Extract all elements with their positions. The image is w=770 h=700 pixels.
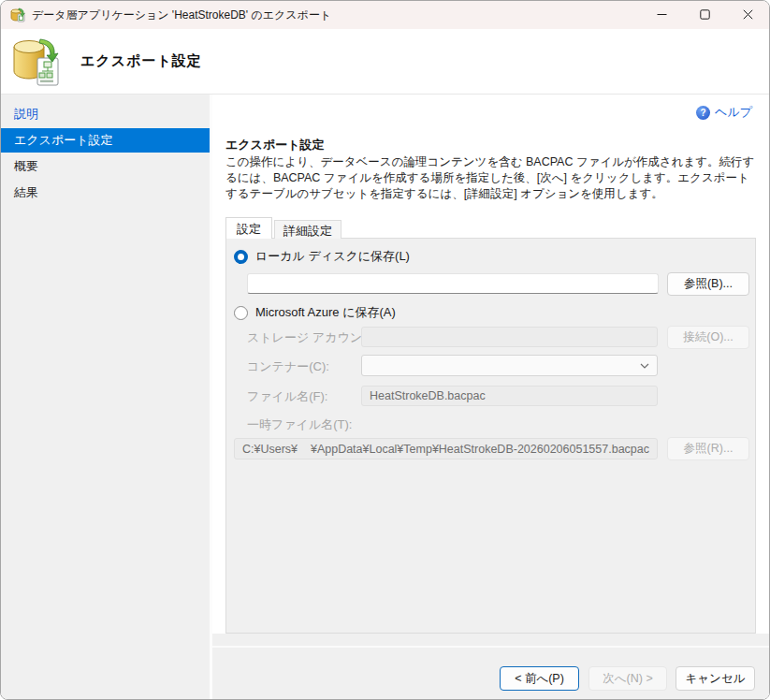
radio-save-azure[interactable]: Microsoft Azure に保存(A)	[234, 304, 396, 321]
database-export-icon	[9, 36, 62, 88]
tab-settings[interactable]: 設定	[225, 217, 272, 239]
storage-account-input	[361, 327, 658, 347]
help-link-label: ヘルプ	[715, 104, 752, 121]
file-name-label: ファイル名(F):	[247, 388, 327, 405]
settings-tabstrip: 設定 詳細設定	[225, 217, 341, 239]
sidebar-item-summary[interactable]: 概要	[1, 154, 210, 179]
page-title: エクスポート設定	[80, 52, 202, 70]
help-link[interactable]: ? ヘルプ	[696, 104, 752, 121]
footer-bar: < 前へ(P) 次へ(N) > キャンセル	[212, 634, 769, 699]
browse-local-button[interactable]: 参照(B)...	[667, 272, 749, 296]
next-button: 次へ(N) >	[588, 666, 667, 691]
sidebar-item-results[interactable]: 結果	[1, 181, 210, 205]
help-circle-icon: ?	[696, 106, 710, 120]
radio-unselected-icon	[234, 306, 248, 320]
main-content: ? ヘルプ エクスポート設定 この操作により、データベースの論理コンテンツを含む…	[212, 95, 769, 699]
wizard-steps-sidebar: 説明 エクスポート設定 概要 結果	[1, 95, 212, 699]
radio-save-azure-label: Microsoft Azure に保存(A)	[255, 304, 396, 321]
titlebar: データ層アプリケーション 'HeatStrokeDB' のエクスポート	[1, 1, 769, 29]
temp-file-label: 一時ファイル名(T):	[247, 416, 352, 433]
radio-save-local-label: ローカル ディスクに保存(L)	[255, 248, 410, 265]
maximize-icon	[700, 8, 710, 22]
radio-save-local[interactable]: ローカル ディスクに保存(L)	[234, 248, 410, 265]
section-description: この操作により、データベースの論理コンテンツを含む BACPAC ファイルが作成…	[225, 154, 761, 202]
minimize-button[interactable]	[640, 1, 683, 29]
window-title: データ層アプリケーション 'HeatStrokeDB' のエクスポート	[32, 7, 331, 23]
database-export-icon	[10, 7, 25, 22]
browse-temp-button: 参照(R)...	[667, 437, 749, 460]
sidebar-item-export-settings[interactable]: エクスポート設定	[1, 128, 210, 153]
section-heading: エクスポート設定	[225, 137, 325, 153]
local-path-input[interactable]	[247, 273, 659, 294]
close-icon	[743, 8, 753, 22]
container-label: コンテナー(C):	[247, 358, 329, 375]
footer-divider	[212, 646, 769, 648]
wizard-header: エクスポート設定	[1, 29, 769, 95]
export-wizard-window: データ層アプリケーション 'HeatStrokeDB' のエクスポート	[0, 0, 770, 700]
settings-panel: ローカル ディスクに保存(L) 参照(B)... Microsoft Azure…	[225, 238, 756, 634]
minimize-icon	[657, 8, 667, 22]
back-button[interactable]: < 前へ(P)	[500, 666, 579, 691]
radio-selected-icon	[234, 250, 248, 264]
maximize-button[interactable]	[683, 1, 726, 29]
file-name-input	[361, 386, 658, 406]
tab-advanced-settings[interactable]: 詳細設定	[274, 220, 341, 239]
sidebar-item-description[interactable]: 説明	[1, 102, 210, 126]
cancel-button[interactable]: キャンセル	[676, 666, 755, 691]
close-button[interactable]	[726, 1, 769, 29]
connect-button: 接続(O)...	[667, 326, 749, 349]
temp-file-input	[234, 438, 658, 459]
container-select	[361, 355, 658, 376]
